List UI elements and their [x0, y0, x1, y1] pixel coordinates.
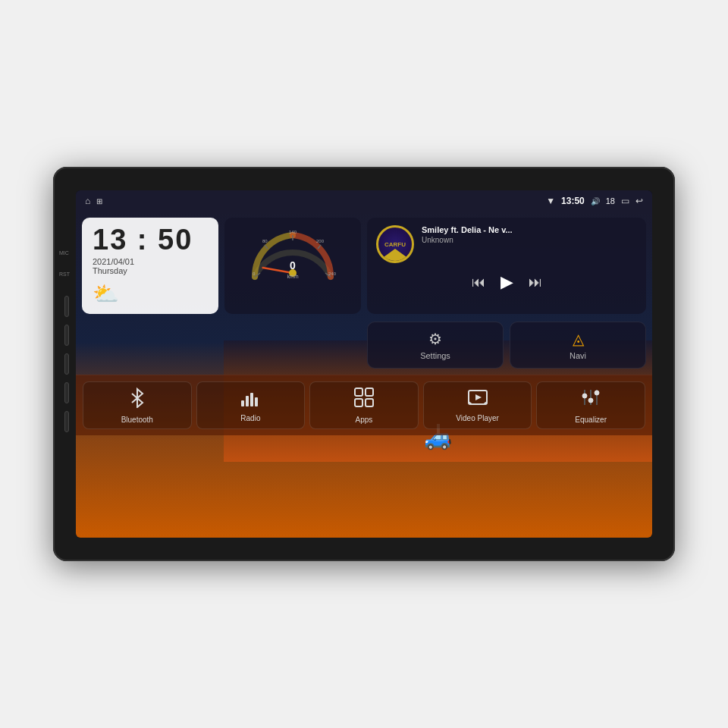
volume-value: 18: [606, 196, 615, 206]
svg-text:0: 0: [290, 259, 296, 271]
device-shell: MIC RST ⌂ ⊞ ▼ 13:50 🔊: [53, 167, 675, 561]
apps-label: Apps: [356, 416, 373, 424]
mic-label: MIC: [59, 250, 69, 256]
status-bar-left: ⌂ ⊞: [85, 196, 102, 206]
home-icon[interactable]: ⌂: [85, 196, 90, 206]
navi-icon: ◬: [573, 330, 584, 348]
prev-button[interactable]: ⏮: [472, 275, 485, 290]
radio-app-item[interactable]: Radio: [196, 381, 306, 429]
video-player-label: Video Player: [456, 414, 499, 422]
widgets-row: 13 : 50 2021/04/01 Thursday ⛅: [76, 212, 652, 318]
svg-text:240: 240: [328, 271, 337, 276]
clock-spacer: [82, 322, 218, 369]
music-info: Smiley ft. Delia - Ne v... Unknown: [422, 225, 637, 244]
svg-text:140: 140: [289, 230, 297, 234]
side-button-group-home[interactable]: [64, 325, 69, 346]
svg-rect-18: [355, 388, 362, 396]
video-player-icon: [467, 388, 488, 411]
svg-rect-20: [355, 399, 362, 406]
rst-label: RST: [59, 271, 70, 277]
svg-text:200: 200: [316, 239, 325, 243]
side-button-group-back[interactable]: [64, 353, 69, 375]
home-button[interactable]: [64, 325, 69, 346]
screen: ⌂ ⊞ ▼ 13:50 🔊 18 ▭ ↩ 🚙: [76, 190, 652, 538]
music-top: CARFU Smiley ft. Delia - Ne v... Unknown: [376, 225, 637, 263]
vol-down-button[interactable]: [64, 411, 69, 432]
next-button[interactable]: ⏭: [529, 275, 542, 290]
svg-text:km/h: km/h: [287, 274, 298, 279]
side-button-group-vol-up[interactable]: [64, 382, 69, 403]
main-content: 🚙 13 : 50 2021/04/01 Thursday ⛅: [76, 212, 652, 538]
equalizer-label: Equalizer: [575, 416, 607, 424]
clock-day: Thursday: [93, 266, 208, 275]
power-button[interactable]: [64, 296, 69, 317]
status-bar-right: ▼ 13:50 🔊 18 ▭ ↩: [546, 196, 643, 206]
wifi-icon: ▼: [546, 196, 555, 206]
music-logo: CARFU: [376, 225, 414, 263]
bluetooth-label: Bluetooth: [121, 416, 153, 424]
bluetooth-icon: [128, 387, 146, 413]
side-button-group-vol-down[interactable]: [64, 411, 69, 432]
navi-label: Navi: [570, 351, 586, 360]
music-title: Smiley ft. Delia - Ne v...: [422, 225, 558, 234]
svg-point-31: [595, 391, 599, 395]
music-widget: CARFU Smiley ft. Delia - Ne v... Unknown…: [367, 218, 646, 314]
settings-label: Settings: [420, 351, 450, 360]
settings-row: ⚙ Settings ◬ Navi: [76, 322, 652, 375]
action-buttons: ⚙ Settings ◬ Navi: [367, 322, 646, 369]
radio-icon: [240, 388, 261, 411]
app-bar: Bluetooth Radio: [76, 375, 652, 435]
back-button[interactable]: [64, 353, 69, 375]
clock-widget: 13 : 50 2021/04/01 Thursday ⛅: [82, 218, 218, 314]
apps-icon: [353, 387, 375, 413]
bluetooth-app-item[interactable]: Bluetooth: [83, 381, 192, 429]
svg-rect-14: [241, 400, 244, 406]
svg-rect-17: [255, 397, 258, 406]
music-controls: ⏮ ▶ ⏭: [376, 272, 637, 292]
navi-button[interactable]: ◬ Navi: [510, 322, 646, 369]
svg-rect-16: [250, 393, 253, 406]
svg-rect-15: [246, 396, 249, 406]
svg-rect-19: [366, 388, 373, 396]
video-player-app-item[interactable]: Video Player: [423, 381, 532, 429]
status-bar: ⌂ ⊞ ▼ 13:50 🔊 18 ▭ ↩: [76, 190, 652, 212]
apps-shortcut-icon[interactable]: ⊞: [96, 197, 102, 206]
svg-text:80: 80: [262, 239, 268, 243]
side-button-group-power[interactable]: [64, 296, 69, 317]
status-time: 13:50: [561, 196, 585, 206]
back-icon[interactable]: ↩: [635, 196, 643, 206]
svg-rect-21: [366, 399, 373, 406]
settings-button[interactable]: ⚙ Settings: [367, 322, 504, 369]
vol-up-button[interactable]: [64, 382, 69, 403]
weather-icon: ⛅: [93, 281, 208, 306]
battery-icon: ▭: [621, 196, 629, 206]
svg-point-29: [588, 398, 593, 403]
volume-icon: 🔊: [591, 197, 600, 206]
clock-date: 2021/04/01: [93, 257, 208, 266]
settings-icon: ⚙: [428, 330, 442, 348]
clock-time: 13 : 50: [93, 225, 208, 254]
svg-marker-23: [475, 394, 482, 400]
speedo-spacer: [224, 322, 361, 369]
music-artist: Unknown: [422, 236, 637, 244]
apps-app-item[interactable]: Apps: [309, 381, 419, 429]
equalizer-icon: [580, 387, 601, 413]
radio-label: Radio: [240, 414, 260, 422]
svg-line-5: [263, 268, 293, 273]
music-logo-text: CARFU: [384, 241, 406, 248]
play-button[interactable]: ▶: [500, 272, 513, 292]
side-controls: [64, 296, 69, 432]
speedometer-widget: 0 km/h 0 80 140 200 240: [224, 218, 361, 314]
equalizer-app-item[interactable]: Equalizer: [536, 381, 645, 429]
speedo-gauge-svg: 0 km/h 0 80 140 200 240: [243, 224, 342, 284]
svg-point-27: [582, 394, 587, 398]
